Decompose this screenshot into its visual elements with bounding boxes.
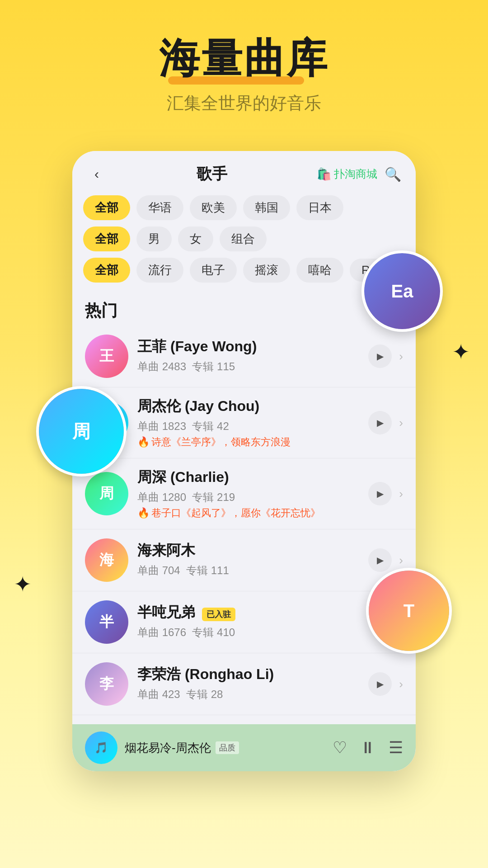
table-row[interactable]: 海 海来阿木 单曲 704 专辑 111 ▶ ›: [72, 529, 416, 591]
filter-tag-pop[interactable]: 流行: [136, 258, 183, 283]
fire-icon: 🔥: [137, 436, 150, 448]
shop-badge[interactable]: 🛍️ 扑淘商城: [317, 167, 377, 181]
featured-avatar-left: 周: [39, 389, 124, 474]
filter-tag-all-genre[interactable]: 全部: [83, 258, 130, 283]
avatar: 半: [85, 600, 128, 644]
playlist-button[interactable]: ☰: [389, 738, 403, 757]
artist-name: 王菲 (Faye Wong): [137, 337, 359, 357]
artist-info: 半吨兄弟 已入驻 单曲 1676 专辑 410: [137, 603, 359, 642]
artist-info: 李荣浩 (Ronghao Li) 单曲 423 专辑 28: [137, 665, 359, 703]
star-decoration-right: ✦: [452, 339, 470, 364]
back-button[interactable]: ‹: [87, 166, 107, 182]
subtitle: 汇集全世界的好音乐: [0, 92, 488, 115]
star-decoration-left: ✦: [14, 571, 32, 597]
artist-info: 王菲 (Faye Wong) 单曲 2483 专辑 115: [137, 337, 359, 376]
shop-icon: 🛍️: [317, 167, 331, 181]
phone-frame: ‹ 歌手 🛍️ 扑淘商城 🔍 全部 华语 欧美 韩国: [72, 151, 416, 771]
play-button[interactable]: ▶: [368, 548, 392, 572]
table-row[interactable]: 半 半吨兄弟 已入驻 单曲 1676 专辑 410 ▶ ›: [72, 591, 416, 653]
filter-tag-hiphop[interactable]: 嘻哈: [296, 258, 343, 283]
like-button[interactable]: ♡: [333, 738, 347, 757]
artist-name: 海来阿木: [137, 541, 359, 561]
table-row[interactable]: 王 王菲 (Faye Wong) 单曲 2483 专辑 115 ▶ ›: [72, 326, 416, 387]
filter-tag-chinese[interactable]: 华语: [136, 195, 183, 220]
filter-tag-all-gender[interactable]: 全部: [83, 226, 130, 251]
player-bar: 🎵 烟花易冷-周杰伦 品质 ♡ ⏸ ☰: [72, 724, 416, 771]
chevron-icon[interactable]: ›: [399, 487, 403, 501]
artist-list: 王 王菲 (Faye Wong) 单曲 2483 专辑 115 ▶ › 周 周杰…: [72, 326, 416, 724]
filter-row-genre: 全部 流行 电子 摇滚 嘻哈 R&B: [83, 258, 405, 283]
table-row[interactable]: 周 周深 (Charlie) 单曲 1280 专辑 219 🔥 巷子口《起风了》…: [72, 458, 416, 529]
artist-stats: 单曲 1280 专辑 219: [137, 490, 359, 505]
avatar: 李: [85, 662, 128, 706]
app-title: 歌手: [197, 164, 227, 184]
artist-hot-text: 🔥 巷子口《起风了》，愿你《花开忘忧》: [137, 506, 359, 520]
filter-row-gender: 全部 男 女 组合: [83, 226, 405, 251]
header-right: 🛍️ 扑淘商城 🔍: [317, 166, 401, 182]
artist-actions: ▶ ›: [368, 672, 403, 696]
avatar: 周: [85, 472, 128, 515]
artist-info: 周深 (Charlie) 单曲 1280 专辑 219 🔥 巷子口《起风了》，愿…: [137, 467, 359, 520]
featured-artist-top-right: Ea: [361, 250, 443, 332]
player-quality-badge: 品质: [216, 741, 239, 754]
avatar: 海: [85, 538, 128, 582]
filter-tag-japanese[interactable]: 日本: [296, 195, 343, 220]
pause-button[interactable]: ⏸: [360, 738, 376, 757]
page-container: 海量曲库 汇集全世界的好音乐 ✦ ✦ Ea 周 T ‹ 歌手: [0, 0, 488, 771]
artist-stats: 单曲 423 专辑 28: [137, 687, 359, 702]
verified-badge: 已入驻: [202, 608, 235, 621]
search-button[interactable]: 🔍: [385, 166, 401, 182]
avatar: 王: [85, 335, 128, 378]
artist-name: 周杰伦 (Jay Chou): [137, 396, 359, 416]
filter-tag-all-region[interactable]: 全部: [83, 195, 130, 220]
featured-artist-bottom-right: T: [366, 568, 452, 654]
main-title: 海量曲库: [159, 36, 329, 81]
play-button[interactable]: ▶: [368, 411, 392, 434]
featured-avatar-bottom-right: T: [369, 571, 449, 651]
filter-tag-electronic[interactable]: 电子: [190, 258, 237, 283]
filter-row-region: 全部 华语 欧美 韩国 日本: [83, 195, 405, 220]
artist-actions: ▶ ›: [368, 344, 403, 368]
filter-tag-rock[interactable]: 摇滚: [243, 258, 290, 283]
artist-actions: ▶ ›: [368, 548, 403, 572]
artist-name: 李荣浩 (Ronghao Li): [137, 665, 359, 684]
artist-actions: ▶ ›: [368, 411, 403, 434]
artist-stats: 单曲 1823 专辑 42: [137, 419, 359, 434]
chevron-icon[interactable]: ›: [399, 349, 403, 363]
artist-actions: ▶ ›: [368, 482, 403, 505]
featured-avatar-top: Ea: [364, 253, 440, 329]
phone-mockup: Ea 周 T ‹ 歌手 🛍️ 扑淘商城 🔍: [72, 151, 416, 771]
player-song-name: 烟花易冷-周杰伦: [125, 740, 211, 756]
artist-info: 海来阿木 单曲 704 专辑 111: [137, 541, 359, 580]
filter-tag-korean[interactable]: 韩国: [243, 195, 290, 220]
player-controls: ♡ ⏸ ☰: [333, 738, 403, 757]
page-header: 海量曲库 汇集全世界的好音乐: [0, 0, 488, 133]
artist-stats: 单曲 704 专辑 111: [137, 563, 359, 578]
shop-label: 扑淘商城: [334, 167, 377, 181]
chevron-icon[interactable]: ›: [399, 416, 403, 430]
artist-stats: 单曲 2483 专辑 115: [137, 359, 359, 374]
artist-name: 半吨兄弟 已入驻: [137, 603, 359, 623]
chevron-icon[interactable]: ›: [399, 553, 403, 567]
featured-artist-left: 周: [36, 386, 127, 476]
chevron-icon[interactable]: ›: [399, 677, 403, 691]
play-button[interactable]: ▶: [368, 482, 392, 505]
app-header: ‹ 歌手 🛍️ 扑淘商城 🔍: [72, 151, 416, 192]
player-avatar: 🎵: [85, 731, 117, 764]
play-button[interactable]: ▶: [368, 344, 392, 368]
artist-stats: 单曲 1676 专辑 410: [137, 625, 359, 640]
artist-name: 周深 (Charlie): [137, 467, 359, 487]
play-button[interactable]: ▶: [368, 672, 392, 696]
fire-icon: 🔥: [137, 507, 150, 519]
artist-info: 周杰伦 (Jay Chou) 单曲 1823 专辑 42 🔥 诗意《兰亭序》，领…: [137, 396, 359, 449]
table-row[interactable]: 李 李荣浩 (Ronghao Li) 单曲 423 专辑 28 ▶ ›: [72, 653, 416, 715]
filter-tag-western[interactable]: 欧美: [190, 195, 237, 220]
filter-tag-male[interactable]: 男: [136, 226, 172, 251]
filter-tag-female[interactable]: 女: [178, 226, 213, 251]
player-song-info: 烟花易冷-周杰伦 品质: [125, 740, 325, 756]
artist-hot-text: 🔥 诗意《兰亭序》，领略东方浪漫: [137, 435, 359, 449]
filter-tag-group[interactable]: 组合: [220, 226, 267, 251]
